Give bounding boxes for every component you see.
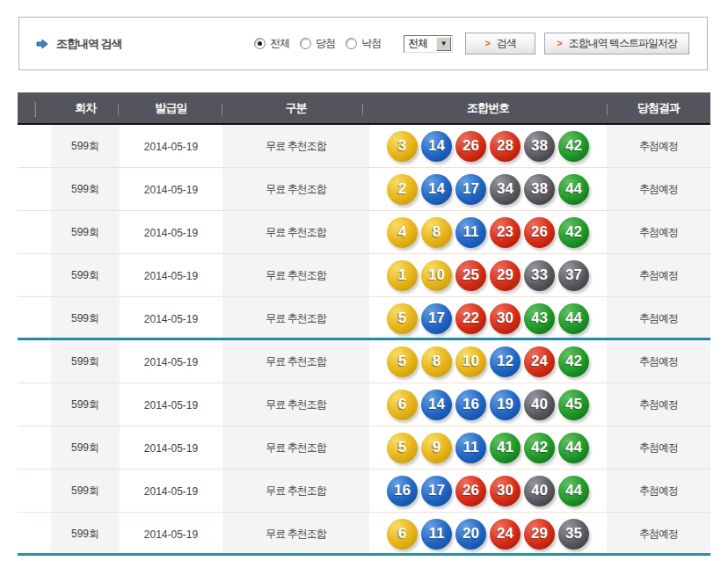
cell-checkbox — [18, 211, 51, 254]
lotto-ball: 35 — [558, 519, 589, 550]
cell-numbers: 61416194045 — [369, 383, 607, 426]
table-row: 599회 2014-05-19 무료 추천조합 31426283842 추첨예정 — [18, 125, 710, 168]
cell-checkbox — [18, 297, 51, 340]
cell-date: 2014-05-19 — [120, 383, 222, 426]
cell-numbers: 21417343844 — [369, 168, 607, 211]
lotto-ball: 38 — [524, 131, 555, 162]
cell-numbers: 5911414244 — [369, 426, 607, 470]
lotto-ball: 9 — [421, 433, 452, 463]
table-row: 599회 2014-05-19 무료 추천조합 51722304344 추첨예정 — [18, 297, 710, 340]
lotto-ball: 30 — [490, 303, 521, 334]
lotto-ball: 29 — [524, 519, 555, 550]
cell-round: 599회 — [51, 383, 120, 426]
cell-result: 추첨예정 — [607, 426, 710, 470]
lotto-ball: 5 — [387, 346, 418, 377]
cell-date: 2014-05-19 — [120, 297, 222, 340]
cell-numbers: 4811232642 — [369, 211, 607, 254]
lotto-ball: 14 — [421, 174, 452, 205]
lotto-ball: 44 — [558, 303, 589, 334]
cell-type: 무료 추천조합 — [222, 470, 369, 513]
lotto-ball: 42 — [558, 131, 589, 162]
cell-numbers: 51722304344 — [369, 297, 607, 340]
cell-numbers: 31426283842 — [369, 125, 607, 168]
save-text-file-button-label: 조합내역 텍스트파일저장 — [569, 36, 677, 51]
cell-type: 무료 추천조합 — [222, 340, 369, 383]
lotto-ball: 28 — [490, 131, 521, 162]
combination-history-table: 회차 발급일 구분 조합번호 당첨결과 599회 2014-05-19 무료 추… — [18, 92, 710, 556]
lotto-ball: 10 — [421, 260, 452, 291]
cell-date: 2014-05-19 — [120, 168, 222, 211]
lotto-ball: 25 — [455, 260, 486, 291]
select-value[interactable]: 전체 — [404, 36, 436, 51]
header-cell-numbers: 조합번호 — [369, 100, 607, 116]
table-row: 599회 2014-05-19 무료 추천조합 11025293337 추첨예정 — [18, 254, 710, 297]
cell-date: 2014-05-19 — [120, 254, 222, 297]
lotto-ball: 14 — [421, 390, 452, 420]
lotto-ball: 11 — [455, 217, 486, 248]
table-row: 599회 2014-05-19 무료 추천조합 5911414244 추첨예정 — [18, 426, 710, 470]
lotto-ball: 20 — [455, 519, 486, 550]
radio-lose-label[interactable]: 낙첨 — [361, 36, 381, 51]
cell-result: 추첨예정 — [607, 168, 710, 211]
save-text-file-button[interactable]: > 조합내역 텍스트파일저장 — [544, 33, 689, 55]
cell-round: 599회 — [51, 513, 120, 556]
cell-round: 599회 — [51, 125, 120, 168]
lotto-ball: 5 — [387, 303, 418, 334]
radio-win-label[interactable]: 당첨 — [316, 36, 335, 51]
cell-date: 2014-05-19 — [120, 470, 222, 513]
lotto-ball: 6 — [387, 390, 418, 420]
cell-checkbox — [18, 383, 51, 426]
radio-lose-icon[interactable] — [346, 38, 357, 49]
cell-result: 추첨예정 — [607, 125, 710, 168]
chevron-down-icon: ▼ — [440, 40, 448, 47]
lotto-ball: 44 — [558, 476, 589, 506]
select-button[interactable]: ▼ — [436, 37, 451, 51]
lotto-ball: 42 — [558, 346, 589, 377]
cell-type: 무료 추천조합 — [222, 211, 369, 254]
lotto-ball: 33 — [524, 260, 555, 291]
round-select-dropdown[interactable]: 전체 ▼ — [404, 35, 453, 53]
lotto-ball: 8 — [421, 217, 452, 248]
radio-all-icon[interactable] — [254, 38, 266, 49]
lotto-ball: 40 — [524, 390, 555, 420]
header-cell-date: 발급일 — [120, 100, 222, 116]
lotto-ball: 24 — [524, 346, 555, 377]
cell-date: 2014-05-19 — [120, 125, 222, 168]
search-button[interactable]: > 검색 — [465, 33, 535, 55]
table-row: 599회 2014-05-19 무료 추천조합 161726304044 추첨예… — [18, 470, 710, 513]
cell-result: 추첨예정 — [607, 470, 710, 513]
lotto-ball: 43 — [524, 303, 555, 334]
cell-type: 무료 추천조합 — [222, 168, 369, 211]
cell-round: 599회 — [51, 254, 120, 297]
radio-lose[interactable]: 낙첨 — [346, 36, 381, 51]
lotto-ball: 16 — [455, 390, 486, 420]
radio-win[interactable]: 당첨 — [300, 36, 335, 51]
header-divider — [607, 104, 608, 115]
lotto-ball: 12 — [490, 346, 521, 377]
lotto-ball: 41 — [490, 433, 521, 463]
search-button-label: 검색 — [497, 36, 516, 51]
panel-title-label: 조합내역 검색 — [56, 36, 122, 52]
cell-date: 2014-05-19 — [120, 340, 222, 383]
orange-arrow-icon: > — [557, 39, 561, 48]
cell-date: 2014-05-19 — [120, 513, 222, 556]
radio-win-icon[interactable] — [300, 38, 311, 49]
lotto-ball: 11 — [421, 519, 452, 550]
cell-result: 추첨예정 — [607, 383, 710, 426]
cell-numbers: 11025293337 — [369, 254, 607, 297]
lotto-ball: 8 — [421, 346, 452, 377]
lotto-ball: 3 — [387, 131, 418, 162]
cell-numbers: 61120242935 — [369, 513, 607, 556]
header-cell-checkbox — [18, 102, 51, 115]
radio-all[interactable]: 전체 — [254, 36, 289, 51]
cell-checkbox — [18, 254, 51, 297]
cell-checkbox — [18, 426, 51, 470]
select-all-checkbox[interactable] — [33, 101, 35, 116]
lotto-ball: 45 — [558, 390, 589, 420]
lotto-ball: 42 — [558, 217, 589, 248]
cell-checkbox — [18, 340, 51, 383]
lotto-ball: 30 — [490, 476, 521, 506]
radio-all-label[interactable]: 전체 — [270, 36, 289, 51]
search-controls: 전체 당첨 낙첨 전체 ▼ > 검색 > 조합내역 텍스트파일저장 — [254, 33, 689, 55]
combination-history-search-panel: 조합내역 검색 전체 당첨 낙첨 전체 ▼ > 검색 — [18, 17, 708, 70]
